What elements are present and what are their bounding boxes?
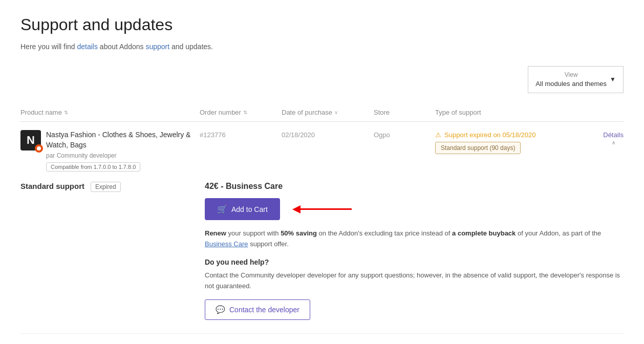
arrow-body bbox=[300, 208, 352, 210]
expired-badge: Expired bbox=[91, 182, 121, 192]
sort-icon-order[interactable]: ⇅ bbox=[243, 110, 247, 115]
left-expanded: Standard support Expired bbox=[20, 182, 184, 320]
chat-icon: 💬 bbox=[216, 305, 225, 314]
product-logo-badge bbox=[35, 144, 43, 153]
add-to-cart-button[interactable]: 🛒 Add to Cart bbox=[205, 198, 280, 220]
table-header: Product name ⇅ Order number ⇅ Date of pu… bbox=[20, 103, 624, 122]
order-number: #123776 bbox=[200, 130, 282, 139]
expanded-section: Standard support Expired 42€ - Business … bbox=[20, 171, 624, 325]
support-expired: ⚠ Support expired on 05/18/2020 bbox=[435, 131, 603, 139]
right-expanded: 42€ - Business Care 🛒 Add to Cart Renew … bbox=[205, 182, 624, 320]
col-date-purchase: Date of purchase ∨ bbox=[282, 109, 374, 116]
business-care-title: 42€ - Business Care bbox=[205, 182, 624, 191]
top-bar: View All modules and themes ▼ bbox=[20, 66, 624, 93]
product-row: N Nastya Fashion - Clothes & Shoes, Jewe… bbox=[20, 122, 624, 334]
help-text: Contact the Community developer develope… bbox=[205, 270, 624, 292]
help-title: Do you need help? bbox=[205, 258, 624, 266]
view-dropdown[interactable]: View All modules and themes ▼ bbox=[528, 66, 624, 93]
chevron-down-icon: ▼ bbox=[610, 75, 616, 84]
page-title: Support and updates bbox=[20, 15, 624, 34]
business-care-link[interactable]: Business Care bbox=[205, 240, 248, 248]
col-support-type: Type of support bbox=[435, 109, 624, 116]
details-link[interactable]: details bbox=[77, 42, 98, 51]
details-link-row[interactable]: Détails ∧ bbox=[603, 130, 624, 145]
standard-support-label: Standard support bbox=[20, 182, 84, 190]
add-to-cart-row: 🛒 Add to Cart bbox=[205, 198, 624, 220]
addons-support-link[interactable]: support bbox=[145, 42, 169, 51]
product-compat: Compatible from 1.7.0.0 to 1.7.8.0 bbox=[46, 162, 140, 171]
date-purchase: 02/18/2020 bbox=[282, 130, 374, 139]
view-label: View bbox=[535, 71, 607, 79]
cart-icon: 🛒 bbox=[217, 204, 227, 214]
product-row-main: N Nastya Fashion - Clothes & Shoes, Jewe… bbox=[20, 130, 624, 171]
price: 42€ bbox=[205, 182, 219, 190]
col-order-number: Order number ⇅ bbox=[200, 109, 282, 116]
contact-developer-button[interactable]: 💬 Contact the developer bbox=[205, 299, 310, 320]
product-details: Nastya Fashion - Clothes & Shoes, Jewelr… bbox=[46, 130, 200, 171]
product-logo: N bbox=[20, 130, 41, 150]
product-info: N Nastya Fashion - Clothes & Shoes, Jewe… bbox=[20, 130, 200, 171]
col-product-name: Product name ⇅ bbox=[20, 109, 200, 116]
col-store: Store bbox=[374, 109, 435, 116]
store-name: Ogpo bbox=[374, 130, 435, 139]
warning-icon: ⚠ bbox=[435, 131, 441, 139]
arrow-head bbox=[292, 205, 300, 213]
view-value: All modules and themes bbox=[535, 79, 607, 89]
renew-text: Renew your support with 50% saving on th… bbox=[205, 228, 624, 250]
support-info: ⚠ Support expired on 05/18/2020 Standard… bbox=[435, 130, 603, 154]
sort-icon-date[interactable]: ∨ bbox=[334, 110, 338, 115]
sort-icon-product[interactable]: ⇅ bbox=[64, 110, 68, 115]
support-type-badge: Standard support (90 days) bbox=[435, 142, 521, 154]
subtitle: Here you will find details about Addons … bbox=[20, 42, 624, 51]
product-author: par Community developer bbox=[46, 152, 200, 159]
product-name: Nastya Fashion - Clothes & Shoes, Jewelr… bbox=[46, 130, 200, 150]
product-logo-letter: N bbox=[27, 134, 35, 147]
arrow-indicator bbox=[292, 205, 352, 213]
details-arrow-icon: ∧ bbox=[612, 140, 615, 145]
